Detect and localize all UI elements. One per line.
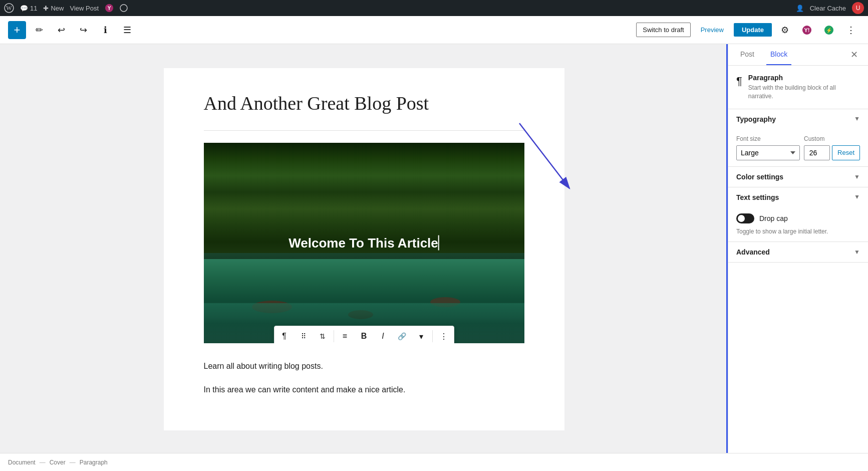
status-icon (120, 4, 128, 12)
clear-cache-button[interactable]: Clear Cache (810, 5, 846, 12)
custom-label: Custom (804, 135, 860, 142)
info-button[interactable]: ℹ (96, 21, 114, 39)
text-settings-header[interactable]: Text settings ▲ (728, 187, 868, 207)
add-block-button[interactable]: + (8, 21, 26, 39)
floating-toolbar: ¶ ⠿ ⇅ ≡ B I (274, 326, 454, 343)
breadcrumb-cover[interactable]: Cover (50, 459, 66, 466)
cover-text[interactable]: Welcome To This Article (288, 236, 439, 251)
more-formatting-button[interactable]: ▾ (412, 327, 430, 343)
sidebar-panel: Post Block ✕ ¶ Paragraph Start with the … (728, 44, 868, 471)
view-post-label: View Post (70, 5, 99, 12)
toolbar-separator-2 (432, 330, 433, 342)
color-settings-section: Color settings ▼ (728, 167, 868, 187)
reset-button[interactable]: Reset (832, 145, 860, 160)
pencil-icon: ✏ (36, 25, 43, 36)
align-button[interactable]: ≡ (336, 327, 354, 343)
new-icon: ✚ (43, 5, 49, 12)
svg-text:Y: Y (108, 6, 111, 11)
move-icon: ⇅ (320, 332, 326, 340)
cover-block[interactable]: ¶ ⠿ ⇅ ≡ B I (204, 143, 524, 343)
options-icon: ⋮ (440, 332, 448, 341)
undo-button[interactable]: ↩ (52, 21, 70, 39)
drag-handle-button[interactable]: ⠿ (295, 327, 313, 343)
yoast-toolbar-button[interactable]: Y! (798, 21, 816, 39)
settings-button[interactable]: ⚙ (776, 21, 794, 39)
svg-text:Y!: Y! (804, 27, 810, 33)
list-view-icon: ☰ (123, 25, 131, 36)
font-size-group: Font size Large Small Medium X-Large (736, 135, 800, 160)
paragraph-2[interactable]: In this area we can write content and ma… (204, 383, 524, 396)
avatar-icon: 👤 (796, 5, 804, 12)
editor-toolbar: + ✏ ↩ ↪ ℹ ☰ Switch to draft Preview Upda… (0, 16, 868, 44)
chevron-down-icon: ▾ (419, 332, 423, 341)
tools-button[interactable]: ✏ (30, 21, 48, 39)
redo-icon: ↪ (80, 25, 87, 36)
drop-cap-label: Drop cap (759, 214, 788, 222)
advanced-section: Advanced ▼ (728, 242, 868, 263)
color-settings-chevron: ▼ (854, 173, 860, 180)
breadcrumb-bar: Document — Cover — Paragraph (0, 453, 868, 471)
advanced-label: Advanced (736, 248, 770, 256)
yoast-icon: Y (105, 4, 114, 13)
view-post-link[interactable]: View Post (70, 5, 99, 12)
block-type-icon: ¶ (736, 75, 742, 88)
admin-bar: W 💬 11 ✚ New View Post Y 👤 Clear Cache U (0, 0, 868, 16)
text-settings-chevron: ▲ (854, 194, 860, 201)
amp-icon: ⚡ (824, 25, 834, 35)
typography-header[interactable]: Typography ▲ (728, 109, 868, 129)
paragraph-type-icon: ¶ (282, 332, 286, 341)
more-options-button[interactable]: ⋮ (842, 21, 860, 39)
user-avatar[interactable]: U (852, 2, 864, 14)
yoast-link[interactable]: Y (105, 4, 114, 13)
breadcrumb-document[interactable]: Document (8, 459, 36, 466)
preview-button[interactable]: Preview (695, 23, 730, 37)
block-details: Paragraph Start with the building block … (748, 74, 860, 101)
toolbar-separator-1 (334, 330, 334, 342)
breadcrumb-paragraph[interactable]: Paragraph (80, 459, 108, 466)
block-name: Paragraph (748, 74, 860, 82)
italic-button[interactable]: I (374, 327, 392, 343)
drop-cap-toggle[interactable] (736, 213, 754, 223)
close-icon: ✕ (850, 50, 858, 60)
ellipsis-icon: ⋮ (846, 25, 855, 36)
block-options-button[interactable]: ⋮ (435, 327, 453, 343)
align-icon: ≡ (343, 332, 347, 341)
cover-text-content: Welcome To This Article (288, 236, 438, 251)
post-tab[interactable]: Post (736, 44, 758, 65)
font-size-select[interactable]: Large Small Medium X-Large (736, 145, 800, 160)
block-tab[interactable]: Block (766, 44, 791, 65)
list-view-button[interactable]: ☰ (118, 21, 136, 39)
custom-size-input[interactable] (804, 145, 830, 160)
color-settings-header[interactable]: Color settings ▼ (728, 167, 868, 187)
paragraph-type-button[interactable]: ¶ (275, 327, 294, 343)
update-button[interactable]: Update (734, 23, 772, 37)
post-title[interactable]: And Another Great Blog Post (204, 92, 524, 114)
color-settings-label: Color settings (736, 173, 783, 181)
drag-icon: ⠿ (301, 332, 306, 340)
move-button[interactable]: ⇅ (314, 327, 332, 343)
plus-icon: + (14, 24, 21, 37)
redo-button[interactable]: ↪ (74, 21, 92, 39)
custom-size-group: Custom Reset (804, 135, 860, 160)
bold-button[interactable]: B (355, 327, 373, 343)
switch-to-draft-button[interactable]: Switch to draft (636, 23, 690, 37)
typography-section: Typography ▲ Font size Large Small Mediu… (728, 109, 868, 167)
advanced-header[interactable]: Advanced ▼ (728, 242, 868, 262)
new-post-link[interactable]: ✚ New (43, 5, 64, 12)
block-description: Start with the building block of all nar… (748, 84, 860, 101)
wp-logo-link[interactable]: W (4, 3, 14, 13)
editor-content[interactable]: And Another Great Blog Post (0, 44, 728, 471)
breadcrumb-sep-2: — (70, 459, 76, 466)
comments-link[interactable]: 💬 11 (20, 5, 37, 12)
text-settings-content: Drop cap Toggle to show a large initial … (728, 207, 868, 242)
svg-text:⚡: ⚡ (826, 27, 832, 34)
close-panel-button[interactable]: ✕ (848, 47, 860, 62)
custom-input-row: Reset (804, 145, 860, 160)
editor-canvas: And Another Great Blog Post (164, 68, 564, 430)
link-button[interactable]: 🔗 (393, 327, 411, 343)
paragraph-1[interactable]: Learn all about writing blog posts. (204, 359, 524, 373)
amp-button[interactable]: ⚡ (820, 21, 838, 39)
typography-content: Font size Large Small Medium X-Large Cus… (728, 129, 868, 166)
advanced-chevron: ▼ (854, 249, 860, 256)
circle-status[interactable] (120, 4, 128, 12)
